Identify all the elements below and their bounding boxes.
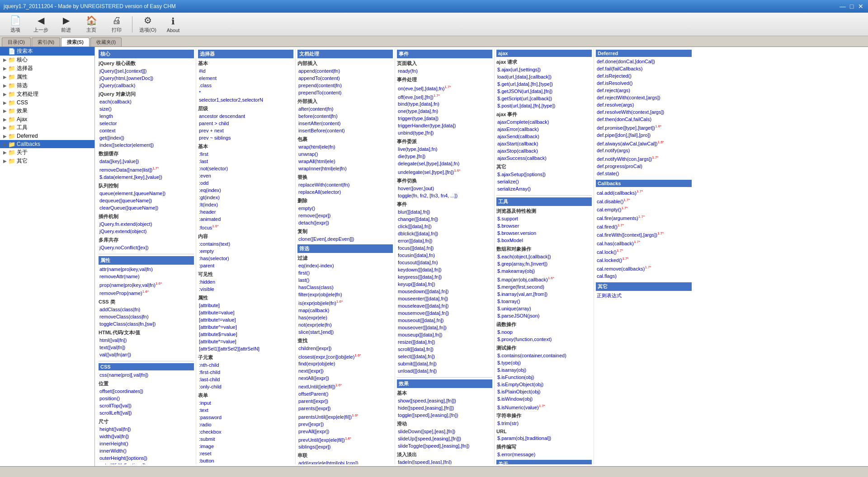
link-error[interactable]: error([[data],fn]) xyxy=(397,237,492,244)
link-id[interactable]: #id xyxy=(198,67,293,75)
link-insertbefore[interactable]: insertBefore(content) xyxy=(297,127,393,134)
tree-item-other[interactable]: ▶ 📁 其它 xyxy=(0,157,94,165)
back-button[interactable]: ◀ 上一步 xyxy=(29,14,52,34)
link-even[interactable]: :even xyxy=(198,172,293,179)
link-reset[interactable]: :reset xyxy=(198,450,293,457)
link-ajaxstop[interactable]: ajaxStop(callback) xyxy=(496,147,592,154)
link-append[interactable]: append(content|fn) xyxy=(297,67,393,75)
link-first[interactable]: :first xyxy=(198,150,293,158)
link-prevuntil[interactable]: prevUntil([exp|ele|fil])1.6* xyxy=(297,435,393,444)
link-fadein[interactable]: fadeIn([speed],[eas],[fn]) xyxy=(397,458,492,464)
tree-item-selectors[interactable]: ▶ 📁 选择器 xyxy=(0,64,94,73)
link-has-sel[interactable]: :has(selector) xyxy=(198,255,293,262)
link-animated[interactable]: :animated xyxy=(198,215,293,223)
link-jquery-html[interactable]: jQuery(html,[ownerDoc]) xyxy=(99,75,194,82)
link-slideup[interactable]: slideUp([speed,[easing],[fn]]) xyxy=(397,435,492,442)
link-trim[interactable]: $.trim(str) xyxy=(496,420,592,427)
link-is[interactable]: is(expr|obj|ele|fn)1.6* xyxy=(297,298,393,307)
link-each[interactable]: each(callback) xyxy=(99,98,194,105)
link-insertafter[interactable]: insertAfter(content) xyxy=(297,120,393,127)
link-browser-version[interactable]: $.browser.version xyxy=(496,229,592,237)
link-nth-child[interactable]: :nth-child xyxy=(198,361,293,369)
link-def-fail[interactable]: def.fail(failCallbacks) xyxy=(596,65,692,72)
link-def-promise[interactable]: def.promise([type],[target])1.6* xyxy=(596,123,692,131)
link-nextuntil[interactable]: nextUntil([ele|fil])1.6* xyxy=(297,382,393,390)
tree-item-core[interactable]: ▶ 📁 核心 xyxy=(0,56,94,64)
link-prev-siblings[interactable]: prev ~ siblings xyxy=(198,134,293,141)
link-def-resolve[interactable]: def.resolve(args) xyxy=(596,101,692,108)
link-support[interactable]: $.support xyxy=(496,215,592,222)
minimize-button[interactable]: — xyxy=(839,3,846,10)
link-wrapall[interactable]: wrapAll(html|ele) xyxy=(297,158,393,165)
link-not[interactable]: :not(selector) xyxy=(198,165,293,172)
link-ajaxsend[interactable]: ajaxSend(callback) xyxy=(496,133,592,140)
link-resize[interactable]: resize([[data],fn]) xyxy=(397,338,492,346)
forward-button[interactable]: ▶ 前进 xyxy=(54,14,78,34)
link-attr-multi[interactable]: [attrSel1][attrSel2][attrSelN] xyxy=(198,345,293,352)
tree-item-callbacks[interactable]: ▶ 📁 Callbacks xyxy=(0,140,94,148)
link-makearray[interactable]: $.makearray(obj) xyxy=(496,267,592,275)
link-innerheight[interactable]: innerHeight() xyxy=(99,440,194,447)
link-focusout[interactable]: focusout([data],fn) xyxy=(397,259,492,266)
link-slidedown[interactable]: slideDown([spe],[eas],[fn]) xyxy=(397,428,492,435)
link-prepend[interactable]: prepend(content|fn) xyxy=(297,82,393,89)
link-isplainobject[interactable]: $.isPlainObject(obj) xyxy=(496,388,592,395)
link-error-tool[interactable]: $.error(message) xyxy=(496,451,592,458)
link-mouseup[interactable]: mouseup([[data],fn]) xyxy=(397,331,492,338)
link-addclass[interactable]: addClass(class|fn) xyxy=(99,306,194,313)
link-get[interactable]: $.get(url,[data],[fn],[type]) xyxy=(496,80,592,88)
link-ajax[interactable]: $.ajax(url,[settings]) xyxy=(496,66,592,73)
link-scrolltop[interactable]: scrollTop([val]) xyxy=(99,402,194,409)
link-offset[interactable]: offset([coordinates]) xyxy=(99,388,194,395)
link-mouseleave[interactable]: mouseleave([[data],fn]) xyxy=(397,302,492,309)
link-find[interactable]: find(expr|obj|ele) xyxy=(297,360,393,367)
link-length[interactable]: length xyxy=(99,112,194,120)
link-innerwidth[interactable]: innerWidth() xyxy=(99,447,194,454)
link-css[interactable]: css(name|pro|[,val|fn]) xyxy=(99,371,194,379)
link-getjson[interactable]: $.getJSON(url,[data],[fn]) xyxy=(496,88,592,95)
link-def-resolvewith[interactable]: def.resolveWith(context,[args]) xyxy=(596,108,692,116)
link-getscript[interactable]: $.getScript(url,[callback]) xyxy=(496,95,592,102)
link-unbind[interactable]: unbind(type,[fn]) xyxy=(397,129,492,136)
link-mousedown[interactable]: mousedown([[data],fn]) xyxy=(397,288,492,295)
link-after[interactable]: after(content|fn) xyxy=(297,105,393,112)
link-parentsuntil[interactable]: parentsUntil([exp|ele|fil])1.6* xyxy=(297,412,393,421)
link-unwrap[interactable]: unwrap() xyxy=(297,150,393,158)
link-appendto[interactable]: appendTo(content) xyxy=(297,75,393,82)
link-one[interactable]: one(type,[data],fn) xyxy=(397,108,492,115)
link-text[interactable]: text([val|fn]) xyxy=(99,344,194,351)
link-remove-data[interactable]: removeData([name|list])1.7* xyxy=(99,165,194,173)
link-slice[interactable]: slice(start,[end]) xyxy=(297,328,393,336)
link-lt[interactable]: :lt(index) xyxy=(198,201,293,208)
link-focusin[interactable]: focusin([data],fn) xyxy=(397,252,492,259)
link-ajaxerror[interactable]: ajaxError(callback) xyxy=(496,126,592,133)
link-ancestor-descendant[interactable]: ancestor descendant xyxy=(198,112,293,120)
link-serialize[interactable]: serialize() xyxy=(496,178,592,185)
link-class[interactable]: .class xyxy=(198,82,293,89)
tree-item-filter[interactable]: ▶ 📁 筛选 xyxy=(0,81,94,90)
link-attr[interactable]: attr(name|pro|key,val|fn) xyxy=(99,266,194,273)
link-eq[interactable]: :eq(index) xyxy=(198,187,293,194)
link-focus-evt[interactable]: focus([[data],fn]) xyxy=(397,244,492,252)
link-noop[interactable]: $.noop xyxy=(496,328,592,336)
link-parents[interactable]: parents([expr]) xyxy=(297,405,393,412)
link-radio[interactable]: :radio xyxy=(198,421,293,428)
link-toarray[interactable]: $.toarray() xyxy=(496,298,592,305)
link-die[interactable]: die(type,[fn]) xyxy=(397,153,492,160)
tree-item-ajax[interactable]: ▶ 📁 Ajax xyxy=(0,115,94,123)
link-prop[interactable]: prop(name|pro|key,val|fn)1.6* xyxy=(99,280,194,289)
link-proxy[interactable]: $.proxy(function,context) xyxy=(496,336,592,343)
link-keypress[interactable]: keypress([[data],fn]) xyxy=(397,273,492,281)
link-keydown[interactable]: keydown([[data],fn]) xyxy=(397,266,492,273)
link-grep[interactable]: $.grep(array,fn,[invert]) xyxy=(496,260,592,267)
link-boxmodel[interactable]: $.boxModel xyxy=(496,237,592,244)
link-ready[interactable]: ready(fn) xyxy=(397,67,492,75)
link-def-notifywith[interactable]: def.notifyWith(con,[args])1.7* xyxy=(596,154,692,163)
link-attr-eq[interactable]: [attribute=value] xyxy=(198,309,293,316)
link-outerheight[interactable]: outerHeight([options]) xyxy=(99,454,194,462)
link-merge[interactable]: $.merge(first,second) xyxy=(496,283,592,290)
link-isnumeric[interactable]: $.isNumeric(value)1.7* xyxy=(496,402,592,411)
link-mouseenter[interactable]: mouseenter([[data],fn]) xyxy=(397,295,492,302)
link-data-key-val[interactable]: data([key],[value]) xyxy=(99,158,194,165)
link-next[interactable]: next([expr]) xyxy=(297,367,393,374)
